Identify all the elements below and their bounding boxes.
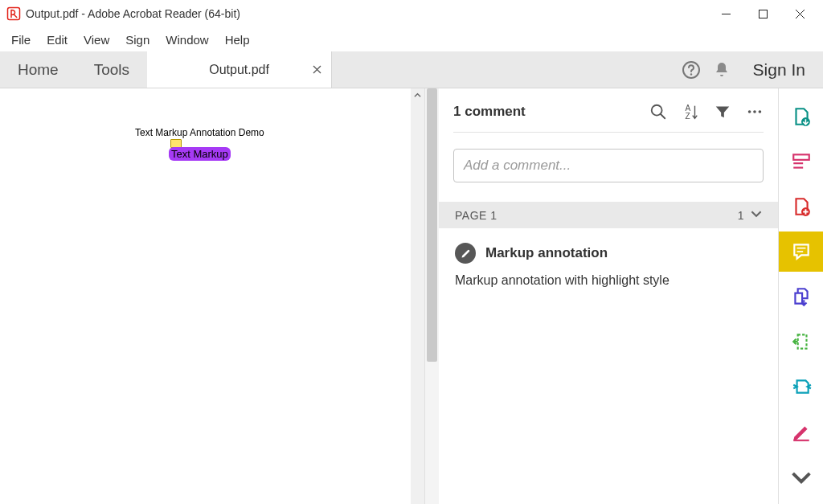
menu-edit[interactable]: Edit <box>39 30 76 50</box>
svg-line-10 <box>661 114 665 119</box>
window-title: Output.pdf - Adobe Acrobat Reader (64-bi… <box>26 7 240 20</box>
comments-scrollbar[interactable] <box>425 88 439 504</box>
page-label: PAGE 1 <box>455 209 497 222</box>
menu-bar: File Edit View Sign Window Help <box>0 27 823 51</box>
minimize-button[interactable] <box>707 2 744 26</box>
tool-organize-pages[interactable] <box>779 322 824 362</box>
page-comment-count: 1 <box>738 209 744 222</box>
menu-help[interactable]: Help <box>217 30 258 50</box>
tool-create-pdf[interactable] <box>779 186 824 227</box>
tool-fill-sign[interactable] <box>779 412 824 452</box>
sign-in-link[interactable]: Sign In <box>753 60 805 80</box>
filter-icon[interactable] <box>714 103 731 121</box>
menu-view[interactable]: View <box>76 30 117 50</box>
svg-rect-18 <box>793 154 809 160</box>
divider <box>453 132 764 133</box>
comment-body: Markup annotation with highlight style <box>455 273 762 288</box>
comments-count: 1 comment <box>453 104 649 120</box>
document-scrollbar[interactable] <box>411 88 424 504</box>
document-viewport: Text Markup Annotation Demo Text Markup <box>0 88 424 504</box>
bell-icon[interactable] <box>711 59 732 80</box>
annotation-highlight[interactable]: Text Markup <box>169 147 231 161</box>
svg-rect-26 <box>797 334 806 348</box>
tools-sidebar <box>778 88 823 504</box>
svg-point-16 <box>759 110 762 113</box>
svg-rect-0 <box>8 8 20 20</box>
comments-panel: 1 comment AZ <box>424 88 778 504</box>
svg-rect-2 <box>759 10 767 18</box>
pdf-heading-text: Text Markup Annotation Demo <box>135 127 264 138</box>
comment-item[interactable]: Markup annotation Markup annotation with… <box>439 228 778 302</box>
chevron-down-icon <box>751 208 762 222</box>
add-comment-input[interactable]: Add a comment... <box>453 149 764 182</box>
search-icon[interactable] <box>649 103 667 121</box>
maximize-button[interactable] <box>744 2 781 26</box>
tool-combine-files[interactable] <box>779 277 824 317</box>
highlight-annotation-icon <box>455 243 476 264</box>
page-header-row[interactable]: PAGE 1 1 <box>439 202 778 228</box>
menu-window[interactable]: Window <box>158 30 216 50</box>
svg-text:Z: Z <box>686 112 690 121</box>
titlebar: Output.pdf - Adobe Acrobat Reader (64-bi… <box>0 0 823 27</box>
document-page[interactable]: Text Markup Annotation Demo Text Markup <box>0 88 411 504</box>
help-icon[interactable] <box>681 59 702 80</box>
tab-close-icon[interactable] <box>313 64 321 76</box>
sidebar-expand-icon[interactable] <box>779 457 824 498</box>
tab-document[interactable]: Output.pdf <box>147 51 332 88</box>
tab-home[interactable]: Home <box>0 51 76 88</box>
tab-bar: Home Tools Output.pdf Sign In <box>0 51 823 88</box>
svg-point-8 <box>690 73 691 75</box>
svg-point-14 <box>748 110 751 113</box>
menu-file[interactable]: File <box>3 30 39 50</box>
close-button[interactable] <box>781 2 818 26</box>
comment-title: Markup annotation <box>485 245 608 261</box>
tool-compress-pdf[interactable] <box>779 367 824 407</box>
svg-point-15 <box>753 110 756 113</box>
tool-comment[interactable] <box>779 232 824 272</box>
app-icon <box>6 6 21 21</box>
sort-icon[interactable]: AZ <box>682 103 699 121</box>
tab-tools[interactable]: Tools <box>76 51 147 88</box>
scrollbar-thumb[interactable] <box>427 88 437 362</box>
menu-sign[interactable]: Sign <box>117 30 158 50</box>
tool-edit-pdf[interactable] <box>779 141 824 182</box>
tool-export-pdf[interactable] <box>779 96 824 137</box>
scroll-up-icon[interactable] <box>411 88 424 101</box>
window-controls <box>707 2 818 26</box>
tab-document-title: Output.pdf <box>209 63 269 77</box>
more-icon[interactable] <box>746 103 764 121</box>
